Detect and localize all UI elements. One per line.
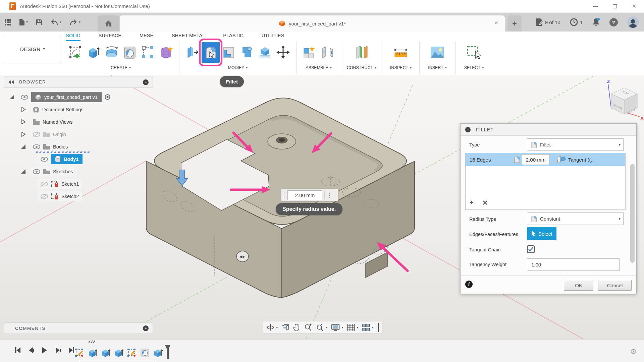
tree-row-sketches[interactable]: Sketches xyxy=(4,165,158,178)
type-dropdown[interactable]: Fillet ▾ xyxy=(527,138,624,151)
combine-button[interactable] xyxy=(238,42,256,63)
display-settings-icon[interactable] xyxy=(331,323,339,331)
go-to-start-button[interactable] xyxy=(15,347,21,354)
inspect-group-label[interactable]: INSPECT ▾ xyxy=(390,65,412,70)
collapse-panel-icon[interactable] xyxy=(8,80,14,84)
app-grid-button[interactable] xyxy=(5,19,11,25)
timeline-extrude4-feature[interactable] xyxy=(153,348,163,358)
timeline-extrude3-feature[interactable] xyxy=(114,348,124,358)
document-settings-node[interactable]: Document Settings xyxy=(30,104,87,115)
tangency-weight-input[interactable]: 1.00 xyxy=(527,258,620,271)
select-group-label[interactable]: SELECT ▾ xyxy=(464,65,484,70)
tree-row-named-views[interactable]: Named Views xyxy=(4,116,158,128)
dialog-scrollbar[interactable] xyxy=(630,164,635,263)
radius-input-widget[interactable]: 2.00 mm ⋮ xyxy=(281,189,338,201)
fillet-dialog-header[interactable]: − FILLET xyxy=(461,124,636,136)
root-visibility[interactable] xyxy=(18,92,31,102)
modify-group-label[interactable]: MODIFY ▾ xyxy=(228,65,248,70)
pan-icon[interactable] xyxy=(293,323,300,331)
shell-button[interactable] xyxy=(220,42,238,63)
collapsed-arrow-icon[interactable] xyxy=(21,132,26,137)
browser-minimize-button[interactable]: − xyxy=(143,79,149,85)
tree-row-body1[interactable]: Body1 xyxy=(4,153,158,165)
tree-row-document-settings[interactable]: Document Settings xyxy=(4,103,158,116)
go-to-end-button[interactable] xyxy=(68,347,74,354)
edge-set-row[interactable]: 16 Edges 2.00 mm Tangent ((.. xyxy=(466,153,625,166)
remove-edge-set-button[interactable]: ✕ xyxy=(482,199,488,207)
orbit-caret-icon[interactable]: ▾ xyxy=(276,326,278,329)
cancel-button[interactable]: Cancel xyxy=(598,280,632,291)
collapsed-arrow-icon[interactable] xyxy=(21,119,26,124)
timeline-sketch2-feature[interactable] xyxy=(127,348,137,358)
close-button[interactable]: ✕ xyxy=(625,0,644,13)
revolve-button[interactable] xyxy=(103,42,121,63)
display-caret-icon[interactable]: ▾ xyxy=(342,326,343,329)
named-views-node[interactable]: Named Views xyxy=(30,117,75,127)
tab-solid[interactable]: SOLID xyxy=(66,33,80,41)
step-forward-button[interactable] xyxy=(55,347,61,354)
fillet-button[interactable] xyxy=(202,42,220,63)
move-copy-button[interactable] xyxy=(274,42,292,63)
insert-group-label[interactable]: INSERT ▾ xyxy=(428,65,447,70)
notifications-button[interactable] xyxy=(592,18,600,26)
new-component-button[interactable] xyxy=(301,42,319,63)
zoom-icon[interactable] xyxy=(304,323,312,331)
sketches-node[interactable]: Sketches xyxy=(30,166,76,177)
tab-mesh[interactable]: MESH xyxy=(140,33,154,41)
assemble-group-label[interactable]: ASSEMBLE ▾ xyxy=(306,65,331,70)
dialog-collapse-button[interactable]: − xyxy=(465,127,471,132)
comments-panel-header[interactable]: COMMENTS + xyxy=(4,322,153,334)
measure-button[interactable] xyxy=(392,42,410,63)
expanded-arrow-icon[interactable] xyxy=(21,169,26,174)
create-group-label[interactable]: CREATE ▾ xyxy=(111,65,131,70)
view-cube[interactable]: Z X TOP FRONT RIGHT xyxy=(602,79,644,121)
select-edges-button[interactable]: Select xyxy=(527,227,556,240)
step-back-button[interactable] xyxy=(28,347,34,354)
new-tab-button[interactable]: + xyxy=(507,15,522,32)
zoom-window-caret-icon[interactable]: ▾ xyxy=(326,326,328,329)
home-view-button[interactable] xyxy=(98,15,119,32)
timeline-hole-feature[interactable] xyxy=(140,348,150,358)
bodies-node[interactable]: Bodies xyxy=(30,141,71,152)
grid-caret-icon[interactable]: ▾ xyxy=(357,326,359,329)
timeline-extrude1-feature[interactable] xyxy=(88,348,98,358)
info-icon[interactable]: i xyxy=(465,281,473,288)
browser-panel-header[interactable]: BROWSER − xyxy=(4,76,153,88)
sketch1-node[interactable]: Sketch1 xyxy=(38,179,82,189)
radius-value-input[interactable]: 2.00 mm xyxy=(287,190,322,200)
timeline-extrude2-feature[interactable] xyxy=(101,348,111,358)
create-form-button[interactable] xyxy=(157,42,175,63)
activate-component-radio[interactable] xyxy=(102,92,113,102)
create-sketch-button[interactable] xyxy=(66,42,85,63)
body1-node[interactable]: Body1 xyxy=(51,154,83,164)
zoom-window-icon[interactable] xyxy=(316,323,324,331)
ok-button[interactable]: OK xyxy=(564,280,593,291)
document-tab[interactable]: your_first_cnced_part v1* ✕ xyxy=(120,15,505,32)
extrude-button[interactable] xyxy=(85,42,103,63)
fillet-edge-list[interactable]: 16 Edges 2.00 mm Tangent ((.. + ✕ xyxy=(465,153,626,210)
split-body-button[interactable] xyxy=(256,42,274,63)
model-canvas[interactable]: Fillet 2.00 mm ⋮ Specify radius value. ◀… xyxy=(0,75,644,339)
insert-button[interactable] xyxy=(428,42,446,63)
job-status-button[interactable]: 9 of 10 xyxy=(536,18,560,26)
tab-sheet-metal[interactable]: SHEET METAL xyxy=(172,33,205,41)
hole-button[interactable] xyxy=(121,42,139,63)
press-pull-button[interactable] xyxy=(183,42,202,63)
timeline-sketch1-feature[interactable] xyxy=(74,348,85,358)
look-at-icon[interactable] xyxy=(282,324,289,331)
add-edge-set-button[interactable]: + xyxy=(470,199,474,207)
redo-button[interactable]: ▾ xyxy=(69,19,80,25)
clock-button[interactable]: 1 xyxy=(570,18,583,26)
timeline-position-marker[interactable] xyxy=(165,345,171,361)
tangent-chain-checkbox[interactable] xyxy=(527,245,535,253)
workspace-selector[interactable]: DESIGN ▾ xyxy=(5,35,60,63)
root-node[interactable]: your_first_cnced_part v1 xyxy=(31,92,102,102)
edge-radius-input[interactable]: 2.00 mm xyxy=(522,154,549,165)
tree-row-origin[interactable]: Origin xyxy=(4,128,158,140)
widget-menu-button[interactable]: ⋮ xyxy=(327,192,332,198)
tree-row-root[interactable]: your_first_cnced_part v1 xyxy=(4,91,158,103)
user-avatar[interactable] xyxy=(627,16,639,28)
viewports-caret-icon[interactable]: ▾ xyxy=(372,326,374,329)
timeline-settings-button[interactable]: ⚙ xyxy=(630,348,637,356)
document-tab-close-button[interactable]: ✕ xyxy=(493,20,499,26)
